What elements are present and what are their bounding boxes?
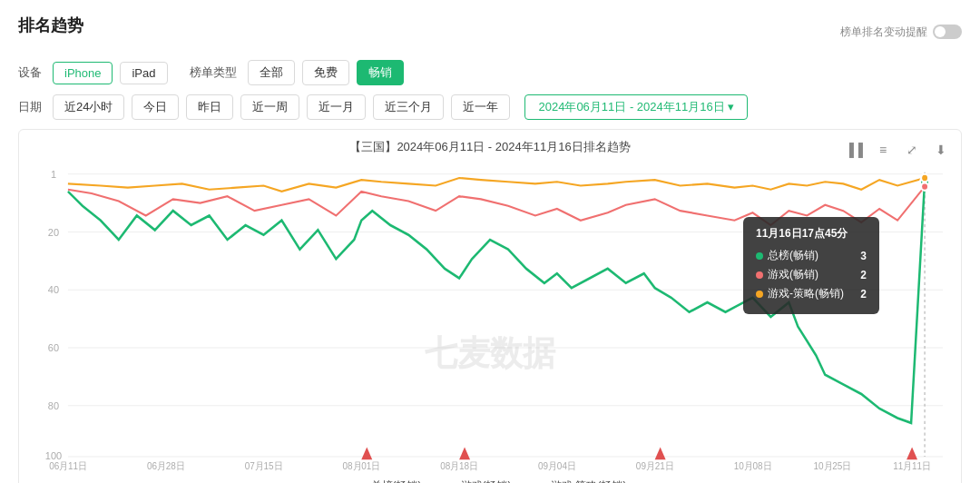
svg-text:06月11日: 06月11日 bbox=[49, 461, 87, 471]
svg-text:08月18日: 08月18日 bbox=[440, 461, 478, 471]
chart-type-all-button[interactable]: 全部 bbox=[248, 60, 295, 85]
reminder-section: 榜单排名变动提醒 bbox=[840, 25, 962, 40]
svg-text:60: 60 bbox=[48, 342, 59, 353]
expand-icon[interactable]: ⤢ bbox=[901, 139, 923, 161]
svg-point-28 bbox=[921, 182, 928, 191]
legend-label-1: 总榜(畅销) bbox=[371, 478, 422, 483]
date-month-button[interactable]: 近一月 bbox=[307, 94, 366, 120]
date-week-button[interactable]: 近一周 bbox=[240, 94, 299, 120]
chart-wrapper: 1 20 40 60 80 100 06月11日 06月28日 07月15日 0… bbox=[28, 163, 952, 471]
svg-text:20: 20 bbox=[48, 226, 59, 237]
page-title: 排名趋势 bbox=[18, 15, 83, 36]
bar-chart-icon[interactable]: ▐▐ bbox=[843, 139, 865, 161]
svg-text:10月25日: 10月25日 bbox=[813, 461, 851, 471]
device-iphone-button[interactable]: iPhone bbox=[53, 62, 113, 84]
svg-text:80: 80 bbox=[48, 400, 59, 411]
svg-text:09月21日: 09月21日 bbox=[636, 461, 674, 471]
date-today-button[interactable]: 今日 bbox=[132, 94, 179, 120]
svg-text:09月04日: 09月04日 bbox=[538, 461, 576, 471]
svg-text:10月08日: 10月08日 bbox=[734, 461, 772, 471]
svg-text:06月28日: 06月28日 bbox=[147, 461, 185, 471]
reminder-toggle[interactable] bbox=[933, 25, 962, 39]
svg-marker-23 bbox=[459, 447, 470, 459]
chart-svg: 1 20 40 60 80 100 06月11日 06月28日 07月15日 0… bbox=[28, 163, 952, 471]
device-ipad-button[interactable]: iPad bbox=[120, 62, 167, 84]
svg-text:1: 1 bbox=[51, 169, 56, 180]
svg-text:七麦数据: 七麦数据 bbox=[425, 333, 555, 372]
svg-text:11月11日: 11月11日 bbox=[893, 461, 931, 471]
reminder-label: 榜单排名变动提醒 bbox=[840, 25, 927, 40]
chart-legend: 总榜(畅销) 游戏(畅销) 游戏-策略(畅销) bbox=[28, 478, 952, 483]
date-yesterday-button[interactable]: 昨日 bbox=[186, 94, 233, 120]
legend-label-2: 游戏(畅销) bbox=[461, 478, 512, 483]
date-range-picker[interactable]: 2024年06月11日 - 2024年11月16日 ▾ bbox=[524, 94, 748, 120]
legend-item-3: 游戏-策略(畅销) bbox=[534, 478, 627, 483]
svg-marker-24 bbox=[655, 447, 666, 459]
svg-marker-25 bbox=[906, 447, 917, 459]
svg-text:40: 40 bbox=[48, 284, 59, 295]
svg-marker-22 bbox=[361, 447, 372, 459]
legend-label-3: 游戏-策略(畅销) bbox=[551, 478, 627, 483]
list-icon[interactable]: ≡ bbox=[872, 139, 894, 161]
date-3months-button[interactable]: 近三个月 bbox=[373, 94, 444, 120]
chart-type-free-button[interactable]: 免费 bbox=[302, 60, 349, 85]
chart-title: 【三国】2024年06月11日 - 2024年11月16日排名趋势 bbox=[28, 139, 952, 155]
svg-text:08月01日: 08月01日 bbox=[342, 461, 380, 471]
legend-item-2: 游戏(畅销) bbox=[444, 478, 512, 483]
legend-item-1: 总榜(畅销) bbox=[354, 478, 422, 483]
chart-type-paid-button[interactable]: 畅销 bbox=[357, 60, 404, 85]
svg-text:07月15日: 07月15日 bbox=[245, 461, 283, 471]
chart-icons: ▐▐ ≡ ⤢ ⬇ bbox=[843, 139, 952, 161]
chart-container: 【三国】2024年06月11日 - 2024年11月16日排名趋势 ▐▐ ≡ ⤢… bbox=[18, 129, 962, 483]
device-label: 设备 bbox=[18, 64, 42, 81]
svg-point-29 bbox=[921, 174, 928, 182]
download-icon[interactable]: ⬇ bbox=[930, 139, 952, 161]
date-24h-button[interactable]: 近24小时 bbox=[53, 94, 124, 120]
date-label: 日期 bbox=[18, 99, 42, 115]
date-year-button[interactable]: 近一年 bbox=[451, 94, 510, 120]
chart-type-label: 榜单类型 bbox=[190, 64, 237, 81]
svg-text:100: 100 bbox=[45, 450, 62, 461]
